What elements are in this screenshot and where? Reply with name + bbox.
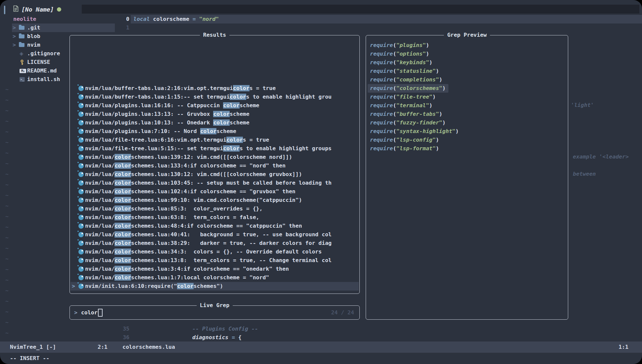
result-row[interactable]: nvim/lua/colorschemes.lua:99:10: vim.cmd… [70, 196, 359, 205]
tilde-marker: ~ [5, 308, 9, 316]
tilde-marker: ~ [5, 128, 9, 136]
result-row[interactable]: nvim/lua/buffer-tabs.lua:1:15:-- set ter… [70, 93, 359, 101]
result-row[interactable]: nvim/lua/colorschemes.lua:102:4:if color… [70, 187, 359, 196]
match-highlight: color [115, 223, 131, 229]
result-row[interactable]: nvim/lua/file-tree.lua:6:16:vim.opt.term… [70, 136, 359, 144]
live-grep-panel[interactable]: Live Grep > color 24 / 24 [69, 305, 360, 320]
lua-file-icon [78, 155, 84, 160]
filetree-item-label: .gitignore [27, 49, 60, 58]
result-row[interactable]: nvim/lua/colorschemes.lua:85:3: color_ov… [70, 205, 359, 213]
lua-file-icon [78, 112, 84, 117]
code-token: ( [393, 137, 396, 143]
tab-no-name[interactable]: [No Name] [13, 5, 61, 14]
preview-line-terminal[interactable]: require("terminal") [366, 101, 568, 110]
result-row[interactable]: nvim/lua/colorschemes.lua:63:8: term_col… [70, 213, 359, 222]
filetree-item-label: nvim [27, 41, 40, 49]
result-row[interactable]: nvim/lua/colorschemes.lua:1:7:local colo… [70, 273, 359, 282]
result-row[interactable]: >nvim/init.lua:6:10:require("colorscheme… [70, 282, 359, 291]
lua-file-icon [78, 275, 84, 280]
chevron-right-icon[interactable]: > [13, 23, 16, 32]
code-token: local [133, 16, 153, 22]
statusline-cursor-position: 1:1 [619, 341, 628, 353]
result-row[interactable]: nvim/lua/colorschemes.lua:13:8: term_col… [70, 256, 359, 265]
code-token: ) [429, 59, 433, 66]
result-text: nvim/lua/file-tree.lua:6:16:vim.opt.term… [85, 136, 269, 144]
chevron-right-icon[interactable]: > [13, 41, 16, 49]
code-token: require [370, 85, 393, 91]
preview-line-lsp-config[interactable]: require("lsp-config") [366, 136, 568, 144]
preview-line-completions[interactable]: require("completions") [366, 75, 568, 84]
lua-file-icon [78, 258, 84, 263]
preview-line-fuzzy-finder[interactable]: require("fuzzy-finder") [366, 118, 568, 127]
result-text: nvim/lua/buffer-tabs.lua:2:16:vim.opt.te… [85, 84, 276, 93]
lua-file-icon [78, 129, 84, 134]
preview-line-code: require("syntax-highlight") [370, 127, 459, 136]
match-highlight: color [115, 249, 131, 255]
result-text: nvim/lua/plugins.lua:10:13: -- Onedark c… [85, 118, 250, 127]
tilde-marker: ~ [5, 159, 9, 168]
prompt-icon: > [74, 309, 77, 316]
result-row[interactable]: nvim/lua/colorschemes.lua:3:4:if colorsc… [70, 265, 359, 273]
match-highlight: color [115, 240, 131, 246]
result-row[interactable]: nvim/lua/colorschemes.lua:48:4:if colors… [70, 222, 359, 230]
result-row[interactable]: nvim/lua/colorschemes.lua:130:12: vim.cm… [70, 170, 359, 179]
code-token: "keybinds" [396, 59, 429, 66]
tilde-marker: ~ [5, 318, 9, 327]
preview-line-lsp-format[interactable]: require("lsp-format") [366, 144, 568, 153]
folder-glyph [19, 26, 24, 30]
preview-line-plugins[interactable]: require("plugins") [366, 41, 568, 50]
preview-line-keybinds[interactable]: require("keybinds") [366, 58, 568, 67]
preview-line-buffer-tabs[interactable]: require("buffer-tabs") [366, 110, 568, 118]
result-row[interactable]: nvim/lua/plugins.lua:16:16: -- Catppucci… [70, 101, 359, 110]
tilde-marker: ~ [5, 202, 9, 210]
filetree-item-git[interactable]: >.git [12, 23, 115, 32]
result-text: nvim/lua/colorschemes.lua:48:4:if colors… [85, 222, 302, 230]
lua-file-icon [78, 266, 84, 272]
result-row[interactable]: nvim/lua/plugins.lua:7:10: -- Nord color… [70, 127, 359, 136]
preview-line-colorschemes[interactable]: require("colorschemes") [366, 84, 568, 93]
match-highlight: color [223, 102, 240, 109]
result-row[interactable]: nvim/lua/colorschemes.lua:40:41: backgro… [70, 230, 359, 239]
result-text: nvim/lua/colorschemes.lua:34:3: colors =… [85, 248, 322, 256]
result-row[interactable]: nvim/lua/plugins.lua:10:13: -- Onedark c… [70, 118, 359, 127]
preview-line-statusline[interactable]: require("statusline") [366, 67, 568, 75]
code-token: { [238, 334, 242, 341]
result-row[interactable]: nvim/lua/colorschemes.lua:103:45: -- set… [70, 179, 359, 187]
live-grep-input[interactable]: color [81, 309, 98, 316]
result-row[interactable]: nvim/lua/colorschemes.lua:38:29: darker … [70, 239, 359, 248]
preview-line-code: require("keybinds") [370, 58, 433, 67]
preview-line-file-tree[interactable]: require("file-tree") [366, 93, 568, 101]
grep-preview-title: Grep Preview [444, 31, 490, 39]
code-token: diagnostics [192, 334, 232, 341]
match-highlight: color [115, 231, 131, 238]
preview-line-options[interactable]: require("options") [366, 50, 568, 58]
terminal-window: [No Name] 0 local colorscheme = "nord" 1… [0, 0, 642, 364]
result-row[interactable]: nvim/lua/buffer-tabs.lua:2:16:vim.opt.te… [70, 84, 359, 93]
code-token: ( [393, 68, 396, 74]
document-icon [13, 5, 19, 13]
tabline-fill [82, 5, 639, 14]
code-token: "statusline" [396, 68, 436, 74]
code-token: require [370, 42, 393, 48]
match-highlight: color [115, 162, 131, 169]
tilde-marker: ~ [5, 265, 9, 274]
result-row[interactable]: nvim/lua/file-tree.lua:5:15:-- set termg… [70, 144, 359, 153]
code-token: ( [393, 119, 396, 126]
result-row[interactable]: nvim/lua/colorschemes.lua:139:12: vim.cm… [70, 153, 359, 161]
match-highlight: color [233, 85, 250, 91]
code-token: require [370, 111, 393, 117]
code-token: "lsp-format" [396, 145, 436, 152]
result-row[interactable]: nvim/lua/colorschemes.lua:34:3: colors =… [70, 248, 359, 256]
match-highlight: color [115, 188, 131, 195]
code-fragment: 'light' [571, 101, 594, 110]
preview-line-code: require("completions") [370, 75, 442, 84]
result-row[interactable]: nvim/lua/colorschemes.lua:133:4:if color… [70, 161, 359, 170]
grep-preview-panel: Grep Preview require("plugins")require("… [366, 35, 568, 320]
lua-file-icon [78, 223, 84, 229]
match-highlight: color [177, 283, 194, 289]
lua-file-icon [78, 163, 84, 168]
preview-line-syntax-highlight[interactable]: require("syntax-highlight") [366, 127, 568, 136]
result-row[interactable]: nvim/lua/plugins.lua:13:13: -- Gruvbox c… [70, 110, 359, 118]
chevron-right-icon[interactable]: > [13, 32, 16, 41]
preview-line-code: require("plugins") [370, 41, 429, 50]
